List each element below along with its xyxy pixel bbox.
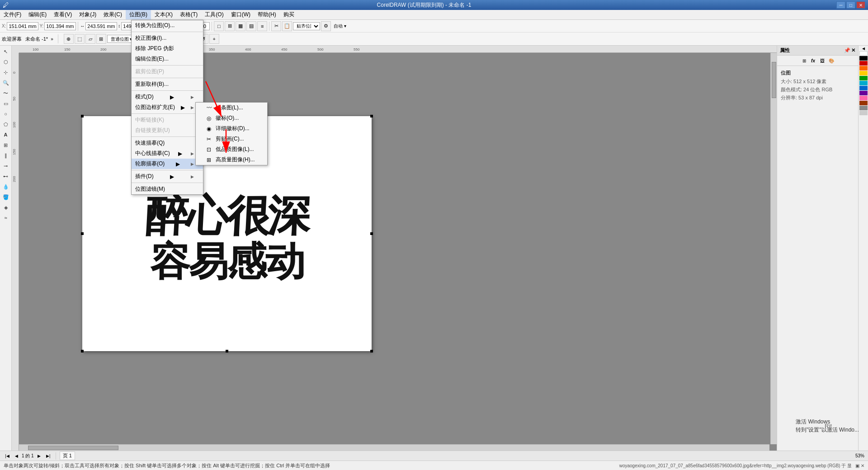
bitmap-dropdown: 转换为位图(O)... 校正图像(I)... 移除 JPEG 伪影 编辑位图(E… <box>131 20 203 195</box>
submenu-lineart[interactable]: 〰 线条图(L)... <box>196 103 267 113</box>
menu-bitmap-filter[interactable]: 位图滤镜(M) <box>132 184 203 194</box>
sep <box>132 32 203 32</box>
detailed-logo-icon: ◉ <box>207 126 214 132</box>
submenu-clipart-label: 剪贴画(C)... <box>216 135 244 143</box>
menu-update-link[interactable]: 自链接更新(U) <box>132 125 203 136</box>
sep5 <box>132 113 203 114</box>
outline-submenu: 〰 线条图(L)... ◎ 徽标(O)... ◉ 详细徽标(D)... ✂ 剪贴… <box>195 102 268 165</box>
sep3 <box>132 78 203 78</box>
submenu-logo-label: 徽标(O)... <box>216 114 239 122</box>
logo-icon: ◎ <box>207 115 214 122</box>
sep6 <box>132 136 203 137</box>
menu-crop-bitmap[interactable]: 裁剪位图(P) <box>132 66 203 77</box>
menu-border[interactable]: 位图边框扩充(E)▶ <box>132 102 203 113</box>
lineart-icon: 〰 <box>207 105 214 111</box>
submenu-low-quality[interactable]: ⊡ 低品质图像(L)... <box>196 144 267 155</box>
high-quality-icon: ⊞ <box>207 157 214 163</box>
sep8 <box>132 183 203 183</box>
menu-quick-trace[interactable]: 快速描摹(Q) <box>132 138 203 148</box>
menu-resample[interactable]: 重新取样(B)... <box>132 79 203 89</box>
clipart-icon: ✂ <box>207 136 214 142</box>
menu-convert-bitmap[interactable]: 转换为位图(O)... <box>132 20 203 31</box>
sep7 <box>132 170 203 170</box>
dropdown-overlay: 转换为位图(O)... 校正图像(I)... 移除 JPEG 伪影 编辑位图(E… <box>0 0 868 470</box>
menu-remove-jpeg[interactable]: 移除 JPEG 伪影 <box>132 43 203 54</box>
sep4 <box>132 90 203 91</box>
submenu-high-label: 高质量图像(H)... <box>216 156 255 164</box>
submenu-low-label: 低品质图像(L)... <box>216 146 254 153</box>
low-quality-icon: ⊡ <box>207 146 214 153</box>
submenu-logo[interactable]: ◎ 徽标(O)... <box>196 113 267 123</box>
submenu-detailed-label: 详细徽标(D)... <box>216 125 250 132</box>
menu-plugins[interactable]: 插件(D)▶ <box>132 171 203 182</box>
sep2 <box>132 65 203 66</box>
submenu-lineart-label: 线条图(L)... <box>216 104 243 112</box>
menu-break-link[interactable]: 中断链接(K) <box>132 115 203 125</box>
menu-centerline[interactable]: 中心线描摹(C)▶ <box>132 148 203 159</box>
menu-mode[interactable]: 模式(D)▶ <box>132 92 203 102</box>
submenu-high-quality[interactable]: ⊞ 高质量图像(H)... <box>196 155 267 165</box>
menu-correct[interactable]: 校正图像(I)... <box>132 33 203 43</box>
menu-outline-trace[interactable]: 轮廓描摹(O)▶ <box>132 159 203 169</box>
submenu-clipart[interactable]: ✂ 剪贴画(C)... <box>196 134 267 144</box>
menu-edit-bitmap[interactable]: 编辑位图(E)... <box>132 54 203 64</box>
submenu-detailed-logo[interactable]: ◉ 详细徽标(D)... <box>196 123 267 134</box>
